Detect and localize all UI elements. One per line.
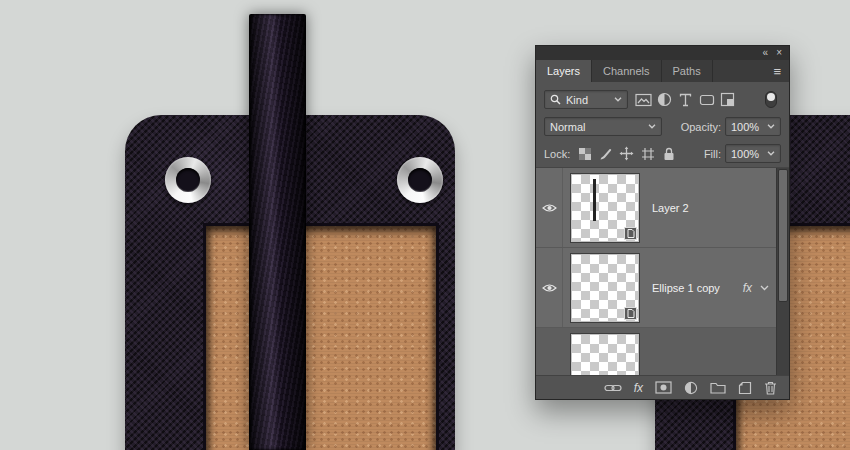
layer-row[interactable]: Layer 2 bbox=[536, 168, 789, 248]
blend-mode-select[interactable]: Normal bbox=[544, 117, 662, 136]
opacity-label: Opacity: bbox=[681, 121, 721, 133]
layer-name[interactable]: Layer 2 bbox=[652, 168, 689, 247]
lock-position-move-icon[interactable] bbox=[616, 145, 637, 163]
opacity-value: 100% bbox=[731, 121, 759, 133]
eye-icon bbox=[542, 283, 557, 293]
canvas-grommet-right bbox=[397, 157, 443, 203]
filter-toggle[interactable] bbox=[765, 91, 777, 108]
thumbnail-badge-icon bbox=[624, 307, 637, 320]
tab-paths[interactable]: Paths bbox=[662, 60, 713, 82]
close-panel-icon[interactable]: × bbox=[776, 48, 782, 58]
lock-transparency-icon[interactable] bbox=[574, 145, 595, 163]
panel-toolbars: Kind bbox=[536, 82, 789, 163]
layer-style-fx-icon[interactable]: fx bbox=[634, 381, 643, 395]
fill-select[interactable]: 100% bbox=[725, 144, 781, 163]
chevron-down-icon bbox=[648, 124, 656, 129]
visibility-toggle[interactable] bbox=[536, 168, 563, 247]
link-layers-icon[interactable] bbox=[604, 383, 622, 393]
filter-adjustment-layers-icon[interactable] bbox=[654, 90, 675, 109]
layer-thumbnail[interactable] bbox=[571, 174, 639, 242]
filter-pixel-layers-icon[interactable] bbox=[633, 90, 654, 109]
filter-smart-object-icon[interactable] bbox=[717, 90, 738, 109]
filter-row: Kind bbox=[544, 90, 781, 109]
opacity-select[interactable]: 100% bbox=[725, 117, 781, 136]
layer-name[interactable]: Ellipse 1 copy bbox=[652, 248, 720, 327]
chevron-down-icon bbox=[614, 97, 622, 102]
panel-tab-bar: Layers Channels Paths ≡ bbox=[536, 60, 789, 82]
visibility-toggle[interactable] bbox=[536, 248, 563, 327]
lock-pixels-brush-icon[interactable] bbox=[595, 145, 616, 163]
panel-menu-icon[interactable]: ≡ bbox=[773, 65, 789, 78]
thumbnail-content-line bbox=[593, 179, 596, 221]
search-icon bbox=[550, 94, 561, 105]
chevron-down-icon bbox=[767, 124, 775, 129]
filter-type-layers-icon[interactable] bbox=[675, 90, 696, 109]
fill-value: 100% bbox=[731, 148, 759, 160]
lock-artboard-icon[interactable] bbox=[637, 145, 658, 163]
photoshop-workspace: « × Layers Channels Paths ≡ Kind bbox=[0, 0, 850, 450]
collapse-panel-icon[interactable]: « bbox=[763, 48, 768, 58]
layers-panel-footer: fx bbox=[536, 375, 789, 399]
layer-row[interactable] bbox=[536, 328, 789, 376]
layer-row[interactable]: Ellipse 1 copy fx bbox=[536, 248, 789, 328]
layer-list: Layer 2 Ellipse 1 copy fx bbox=[536, 167, 789, 376]
scrollbar[interactable] bbox=[776, 168, 789, 376]
add-layer-mask-icon[interactable] bbox=[655, 381, 672, 394]
new-group-folder-icon[interactable] bbox=[710, 381, 726, 394]
filter-shape-layers-icon[interactable] bbox=[696, 90, 717, 109]
panel-title-bar[interactable]: « × bbox=[536, 46, 789, 60]
layers-panel: « × Layers Channels Paths ≡ Kind bbox=[535, 45, 790, 400]
lock-row: Lock: Fill: 100% bbox=[544, 144, 781, 163]
tab-channels[interactable]: Channels bbox=[592, 60, 661, 82]
filter-kind-label: Kind bbox=[566, 94, 588, 106]
layer-fx-badge[interactable]: fx bbox=[743, 281, 752, 295]
canvas-grommet-left bbox=[165, 157, 211, 203]
new-adjustment-layer-icon[interactable] bbox=[684, 381, 698, 395]
blend-row: Normal Opacity: 100% bbox=[544, 117, 781, 136]
fx-expand-chevron-icon[interactable] bbox=[760, 285, 769, 291]
fill-label: Fill: bbox=[704, 148, 721, 160]
eye-icon bbox=[542, 203, 557, 213]
lock-all-padlock-icon[interactable] bbox=[658, 145, 679, 163]
filter-kind-select[interactable]: Kind bbox=[544, 90, 628, 109]
new-layer-icon[interactable] bbox=[738, 381, 752, 395]
filter-toggle-knob bbox=[767, 93, 775, 101]
layer-thumbnail[interactable] bbox=[571, 334, 639, 376]
layer-thumbnail[interactable] bbox=[571, 254, 639, 322]
lock-label: Lock: bbox=[544, 148, 570, 160]
chevron-down-icon bbox=[767, 151, 775, 156]
blend-mode-value: Normal bbox=[550, 121, 585, 133]
canvas-strap[interactable] bbox=[249, 14, 306, 450]
delete-layer-trash-icon[interactable] bbox=[764, 381, 777, 395]
scrollbar-thumb[interactable] bbox=[778, 169, 788, 302]
tab-layers[interactable]: Layers bbox=[536, 60, 592, 82]
canvas-cork-panel bbox=[203, 223, 439, 450]
thumbnail-badge-icon bbox=[624, 227, 637, 240]
